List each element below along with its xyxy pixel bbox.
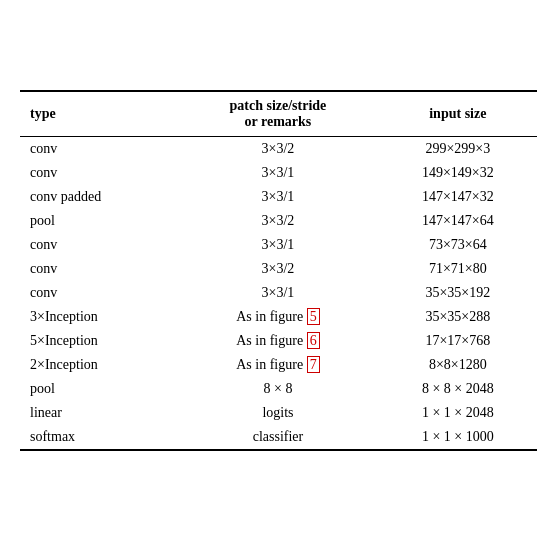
cell-type: conv [20, 233, 177, 257]
cell-patch: 3×3/1 [177, 233, 378, 257]
architecture-table: type patch size/strideor remarks input s… [20, 90, 537, 451]
cell-patch: 3×3/1 [177, 281, 378, 305]
table-container: type patch size/strideor remarks input s… [20, 90, 537, 451]
table-row: conv 3×3/1 149×149×32 [20, 161, 537, 185]
table-row: conv 3×3/1 35×35×192 [20, 281, 537, 305]
cell-input: 73×73×64 [379, 233, 537, 257]
cell-input: 1 × 1 × 2048 [379, 401, 537, 425]
cell-input: 8 × 8 × 2048 [379, 377, 537, 401]
cell-type: conv [20, 281, 177, 305]
table-row: 2×Inception As in figure 7 8×8×1280 [20, 353, 537, 377]
table-row: pool 8 × 8 8 × 8 × 2048 [20, 377, 537, 401]
cell-type: conv [20, 137, 177, 162]
table-row: pool 3×3/2 147×147×64 [20, 209, 537, 233]
cell-type: conv [20, 257, 177, 281]
cell-patch: 3×3/2 [177, 137, 378, 162]
cell-patch: 8 × 8 [177, 377, 378, 401]
cell-patch: 3×3/2 [177, 209, 378, 233]
cell-input: 147×147×32 [379, 185, 537, 209]
cell-input: 35×35×288 [379, 305, 537, 329]
table-row: linear logits 1 × 1 × 2048 [20, 401, 537, 425]
cell-input: 8×8×1280 [379, 353, 537, 377]
cell-input: 71×71×80 [379, 257, 537, 281]
table-row: conv 3×3/1 73×73×64 [20, 233, 537, 257]
cell-input: 1 × 1 × 1000 [379, 425, 537, 450]
header-row: type patch size/strideor remarks input s… [20, 91, 537, 137]
cell-patch: 3×3/2 [177, 257, 378, 281]
cell-type: 5×Inception [20, 329, 177, 353]
cell-patch: classifier [177, 425, 378, 450]
table-row: conv 3×3/2 71×71×80 [20, 257, 537, 281]
cell-type: 2×Inception [20, 353, 177, 377]
table-row: 5×Inception As in figure 6 17×17×768 [20, 329, 537, 353]
cell-patch: 3×3/1 [177, 185, 378, 209]
cell-input: 35×35×192 [379, 281, 537, 305]
cell-type: conv padded [20, 185, 177, 209]
figure-ref-7: 7 [307, 356, 320, 373]
cell-input: 17×17×768 [379, 329, 537, 353]
col-header-patch: patch size/strideor remarks [177, 91, 378, 137]
table-row: 3×Inception As in figure 5 35×35×288 [20, 305, 537, 329]
col-header-type: type [20, 91, 177, 137]
cell-patch: As in figure 6 [177, 329, 378, 353]
table-row: conv 3×3/2 299×299×3 [20, 137, 537, 162]
cell-input: 299×299×3 [379, 137, 537, 162]
cell-patch: 3×3/1 [177, 161, 378, 185]
cell-patch: As in figure 5 [177, 305, 378, 329]
table-row: conv padded 3×3/1 147×147×32 [20, 185, 537, 209]
col-header-input: input size [379, 91, 537, 137]
cell-input: 149×149×32 [379, 161, 537, 185]
table-row: softmax classifier 1 × 1 × 1000 [20, 425, 537, 450]
cell-type: linear [20, 401, 177, 425]
cell-type: pool [20, 209, 177, 233]
cell-type: pool [20, 377, 177, 401]
cell-patch: logits [177, 401, 378, 425]
cell-patch: As in figure 7 [177, 353, 378, 377]
cell-input: 147×147×64 [379, 209, 537, 233]
cell-type: softmax [20, 425, 177, 450]
cell-type: 3×Inception [20, 305, 177, 329]
cell-type: conv [20, 161, 177, 185]
figure-ref-6: 6 [307, 332, 320, 349]
figure-ref-5: 5 [307, 308, 320, 325]
